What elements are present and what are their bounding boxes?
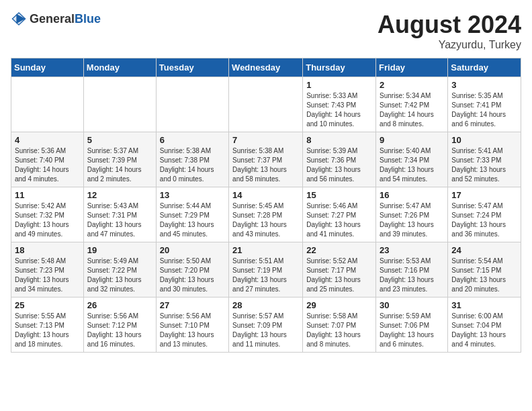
day-number: 31 <box>451 300 517 310</box>
day-info: Sunrise: 5:33 AM Sunset: 7:43 PM Dayligh… <box>306 91 372 129</box>
day-info: Sunrise: 5:57 AM Sunset: 7:09 PM Dayligh… <box>232 312 299 349</box>
calendar-cell: 1Sunrise: 5:33 AM Sunset: 7:43 PM Daylig… <box>303 77 376 132</box>
day-info: Sunrise: 5:46 AM Sunset: 7:27 PM Dayligh… <box>306 201 372 239</box>
day-number: 11 <box>15 190 80 200</box>
logo-icon <box>11 11 27 27</box>
day-info: Sunrise: 5:37 AM Sunset: 7:39 PM Dayligh… <box>87 146 152 184</box>
day-info: Sunrise: 5:51 AM Sunset: 7:19 PM Dayligh… <box>232 257 299 294</box>
day-number: 28 <box>232 300 299 310</box>
day-number: 18 <box>15 245 80 255</box>
day-info: Sunrise: 5:49 AM Sunset: 7:22 PM Dayligh… <box>87 257 152 294</box>
calendar-cell: 23Sunrise: 5:53 AM Sunset: 7:16 PM Dayli… <box>376 242 448 298</box>
day-info: Sunrise: 5:47 AM Sunset: 7:24 PM Dayligh… <box>451 201 517 239</box>
week-row-1: 1Sunrise: 5:33 AM Sunset: 7:43 PM Daylig… <box>11 77 521 132</box>
calendar-cell: 14Sunrise: 5:45 AM Sunset: 7:28 PM Dayli… <box>229 187 303 242</box>
calendar-cell: 31Sunrise: 6:00 AM Sunset: 7:04 PM Dayli… <box>448 298 521 353</box>
day-info: Sunrise: 5:47 AM Sunset: 7:26 PM Dayligh… <box>380 201 444 239</box>
day-number: 23 <box>380 245 444 255</box>
calendar-cell: 3Sunrise: 5:35 AM Sunset: 7:41 PM Daylig… <box>448 77 521 132</box>
day-number: 10 <box>451 135 517 145</box>
calendar-cell: 11Sunrise: 5:42 AM Sunset: 7:32 PM Dayli… <box>11 187 84 242</box>
header-sunday: Sunday <box>11 58 84 77</box>
calendar-cell: 6Sunrise: 5:38 AM Sunset: 7:38 PM Daylig… <box>156 132 228 187</box>
week-row-5: 25Sunrise: 5:55 AM Sunset: 7:13 PM Dayli… <box>11 298 521 353</box>
day-number: 7 <box>232 135 299 145</box>
day-info: Sunrise: 5:38 AM Sunset: 7:37 PM Dayligh… <box>232 146 299 184</box>
day-info: Sunrise: 5:58 AM Sunset: 7:07 PM Dayligh… <box>306 312 372 349</box>
calendar-cell: 8Sunrise: 5:39 AM Sunset: 7:36 PM Daylig… <box>303 132 376 187</box>
day-number: 12 <box>87 190 152 200</box>
calendar-cell: 26Sunrise: 5:56 AM Sunset: 7:12 PM Dayli… <box>83 298 156 353</box>
calendar-cell <box>229 77 303 132</box>
day-number: 27 <box>160 300 225 310</box>
week-row-3: 11Sunrise: 5:42 AM Sunset: 7:32 PM Dayli… <box>11 187 521 242</box>
page-header: GeneralBlue August 2024 Yazyurdu, Turkey <box>11 11 521 51</box>
week-row-4: 18Sunrise: 5:48 AM Sunset: 7:23 PM Dayli… <box>11 242 521 298</box>
calendar-cell: 15Sunrise: 5:46 AM Sunset: 7:27 PM Dayli… <box>303 187 376 242</box>
calendar-cell: 25Sunrise: 5:55 AM Sunset: 7:13 PM Dayli… <box>11 298 84 353</box>
day-number: 21 <box>232 245 299 255</box>
calendar-cell: 12Sunrise: 5:43 AM Sunset: 7:31 PM Dayli… <box>83 187 156 242</box>
calendar-cell <box>156 77 228 132</box>
day-info: Sunrise: 5:50 AM Sunset: 7:20 PM Dayligh… <box>160 257 225 294</box>
calendar-cell: 30Sunrise: 5:59 AM Sunset: 7:06 PM Dayli… <box>376 298 448 353</box>
header-thursday: Thursday <box>303 58 376 77</box>
day-number: 2 <box>380 80 444 90</box>
day-number: 22 <box>306 245 372 255</box>
calendar-cell: 2Sunrise: 5:34 AM Sunset: 7:42 PM Daylig… <box>376 77 448 132</box>
calendar-header-row: SundayMondayTuesdayWednesdayThursdayFrid… <box>11 58 521 77</box>
day-info: Sunrise: 6:00 AM Sunset: 7:04 PM Dayligh… <box>451 312 517 349</box>
day-number: 26 <box>87 300 152 310</box>
calendar-cell <box>11 77 84 132</box>
day-number: 8 <box>306 135 372 145</box>
calendar-cell: 20Sunrise: 5:50 AM Sunset: 7:20 PM Dayli… <box>156 242 228 298</box>
calendar-cell: 28Sunrise: 5:57 AM Sunset: 7:09 PM Dayli… <box>229 298 303 353</box>
logo-general-text: GeneralBlue <box>30 12 101 26</box>
month-year-title: August 2024 <box>378 11 521 39</box>
day-info: Sunrise: 5:55 AM Sunset: 7:13 PM Dayligh… <box>15 312 80 349</box>
calendar-cell: 5Sunrise: 5:37 AM Sunset: 7:39 PM Daylig… <box>83 132 156 187</box>
day-number: 3 <box>451 80 517 90</box>
header-wednesday: Wednesday <box>229 58 303 77</box>
calendar-cell: 19Sunrise: 5:49 AM Sunset: 7:22 PM Dayli… <box>83 242 156 298</box>
day-info: Sunrise: 5:59 AM Sunset: 7:06 PM Dayligh… <box>380 312 444 349</box>
day-number: 20 <box>160 245 225 255</box>
header-monday: Monday <box>83 58 156 77</box>
day-info: Sunrise: 5:42 AM Sunset: 7:32 PM Dayligh… <box>15 201 80 239</box>
day-number: 4 <box>15 135 80 145</box>
day-number: 17 <box>451 190 517 200</box>
calendar-cell: 18Sunrise: 5:48 AM Sunset: 7:23 PM Dayli… <box>11 242 84 298</box>
day-number: 24 <box>451 245 517 255</box>
logo: GeneralBlue <box>11 11 101 27</box>
day-number: 6 <box>160 135 225 145</box>
calendar-cell: 27Sunrise: 5:56 AM Sunset: 7:10 PM Dayli… <box>156 298 228 353</box>
day-number: 25 <box>15 300 80 310</box>
location-subtitle: Yazyurdu, Turkey <box>378 39 521 51</box>
day-info: Sunrise: 5:36 AM Sunset: 7:40 PM Dayligh… <box>15 146 80 184</box>
day-info: Sunrise: 5:35 AM Sunset: 7:41 PM Dayligh… <box>451 91 517 129</box>
day-number: 15 <box>306 190 372 200</box>
calendar-cell: 13Sunrise: 5:44 AM Sunset: 7:29 PM Dayli… <box>156 187 228 242</box>
day-number: 29 <box>306 300 372 310</box>
day-info: Sunrise: 5:54 AM Sunset: 7:15 PM Dayligh… <box>451 257 517 294</box>
day-info: Sunrise: 5:56 AM Sunset: 7:10 PM Dayligh… <box>160 312 225 349</box>
header-saturday: Saturday <box>448 58 521 77</box>
day-info: Sunrise: 5:34 AM Sunset: 7:42 PM Dayligh… <box>380 91 444 129</box>
day-info: Sunrise: 5:38 AM Sunset: 7:38 PM Dayligh… <box>160 146 225 184</box>
day-info: Sunrise: 5:39 AM Sunset: 7:36 PM Dayligh… <box>306 146 372 184</box>
header-friday: Friday <box>376 58 448 77</box>
calendar-cell: 22Sunrise: 5:52 AM Sunset: 7:17 PM Dayli… <box>303 242 376 298</box>
week-row-2: 4Sunrise: 5:36 AM Sunset: 7:40 PM Daylig… <box>11 132 521 187</box>
calendar-cell: 29Sunrise: 5:58 AM Sunset: 7:07 PM Dayli… <box>303 298 376 353</box>
calendar-cell: 16Sunrise: 5:47 AM Sunset: 7:26 PM Dayli… <box>376 187 448 242</box>
day-number: 9 <box>380 135 444 145</box>
calendar-cell: 24Sunrise: 5:54 AM Sunset: 7:15 PM Dayli… <box>448 242 521 298</box>
day-info: Sunrise: 5:40 AM Sunset: 7:34 PM Dayligh… <box>380 146 444 184</box>
day-number: 19 <box>87 245 152 255</box>
calendar-cell <box>83 77 156 132</box>
day-info: Sunrise: 5:43 AM Sunset: 7:31 PM Dayligh… <box>87 201 152 239</box>
day-number: 16 <box>380 190 444 200</box>
day-info: Sunrise: 5:41 AM Sunset: 7:33 PM Dayligh… <box>451 146 517 184</box>
day-number: 14 <box>232 190 299 200</box>
header-tuesday: Tuesday <box>156 58 228 77</box>
